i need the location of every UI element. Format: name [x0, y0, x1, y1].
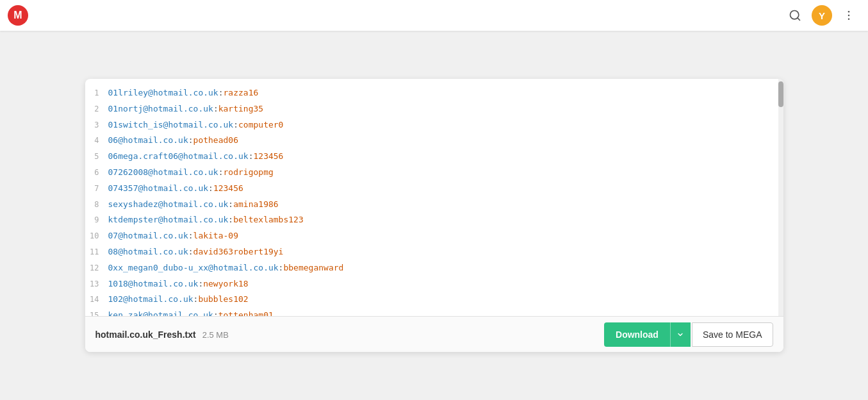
line-password: david363robert19yi [193, 246, 284, 259]
line-number: 10 [85, 230, 108, 242]
line-password: rodrigopmg [224, 166, 274, 179]
table-row: 1108@hotmail.co.uk:david363robert19yi [85, 244, 783, 260]
line-email: ken_zak@hotmail.co.uk [108, 309, 213, 316]
chevron-down-icon [676, 331, 684, 338]
table-row: 14102@hotmail.co.uk:bubbles102 [85, 292, 783, 308]
line-separator: : [249, 150, 254, 163]
line-password: newyork18 [203, 278, 248, 291]
line-number: 9 [85, 214, 108, 226]
line-separator: : [188, 134, 193, 147]
table-row: 607262008@hotmail.co.uk:rodrigopmg [85, 165, 783, 181]
line-list: 101lriley@hotmail.co.uk:razza16201nortj@… [85, 79, 783, 316]
line-password: computer0 [238, 119, 283, 132]
line-email: 0xx_megan0_dubo-u_xx@hotmail.co.uk [108, 262, 279, 275]
mega-logo: M [8, 5, 28, 26]
more-options-button[interactable] [837, 4, 860, 27]
line-password: bubbles102 [198, 293, 248, 306]
table-row: 15ken_zak@hotmail.co.uk:tottenham01 [85, 308, 783, 316]
avatar[interactable]: Y [812, 5, 832, 26]
line-email: 08@hotmail.co.uk [108, 246, 188, 259]
line-number: 5 [85, 151, 108, 163]
table-row: 120xx_megan0_dubo-u_xx@hotmail.co.uk:bbe… [85, 260, 783, 276]
more-vertical-icon [842, 9, 855, 22]
line-separator: : [228, 198, 233, 212]
line-password: beltexlambs123 [233, 213, 304, 227]
search-icon [789, 9, 801, 22]
svg-point-2 [848, 11, 850, 13]
line-email: 01switch_is@hotmail.co.uk [108, 119, 234, 132]
line-number: 12 [85, 262, 108, 274]
file-size: 2.5 MB [202, 330, 229, 340]
line-password: amina1986 [233, 198, 278, 212]
line-password: tottenham01 [218, 309, 274, 316]
line-number: 4 [85, 135, 108, 147]
line-email: ktdempster@hotmail.co.uk [108, 213, 229, 227]
line-number: 8 [85, 199, 108, 211]
line-password: razza16 [224, 87, 259, 100]
main-area: 101lriley@hotmail.co.uk:razza16201nortj@… [0, 31, 868, 400]
line-number: 2 [85, 103, 108, 115]
line-password: 123456 [253, 150, 283, 163]
line-number: 11 [85, 246, 108, 258]
svg-line-1 [798, 18, 800, 21]
table-row: 201nortj@hotmail.co.uk:karting35 [85, 101, 783, 117]
svg-point-4 [848, 19, 850, 21]
line-separator: : [213, 309, 218, 316]
topbar: M Y [0, 0, 868, 31]
line-email: 01lriley@hotmail.co.uk [108, 87, 218, 100]
svg-point-3 [848, 15, 850, 17]
line-number: 14 [85, 294, 108, 306]
line-number: 1 [85, 87, 108, 99]
file-footer: hotmail.co.uk_Fresh.txt 2.5 MB Download … [85, 316, 783, 352]
line-separator: : [228, 213, 233, 227]
line-email: 06@hotmail.co.uk [108, 134, 188, 147]
file-name: hotmail.co.uk_Fresh.txt [95, 329, 196, 340]
line-separator: : [233, 119, 238, 132]
table-row: 406@hotmail.co.uk:pothead06 [85, 133, 783, 149]
download-dropdown-button[interactable] [670, 322, 691, 347]
table-row: 1007@hotmail.co.uk:lakita-09 [85, 228, 783, 244]
line-email: 07262008@hotmail.co.uk [108, 166, 218, 179]
table-row: 9ktdempster@hotmail.co.uk:beltexlambs123 [85, 212, 783, 228]
line-number: 7 [85, 183, 108, 195]
topbar-left: M [8, 5, 28, 26]
line-email: sexyshadez@hotmail.co.uk [108, 198, 229, 212]
line-password: pothead06 [193, 134, 238, 147]
table-row: 506mega.craft06@hotmail.co.uk:123456 [85, 149, 783, 165]
line-number: 13 [85, 278, 108, 290]
file-info: hotmail.co.uk_Fresh.txt 2.5 MB [95, 329, 229, 340]
line-email: 06mega.craft06@hotmail.co.uk [108, 150, 249, 163]
line-separator: : [213, 103, 218, 116]
line-separator: : [193, 293, 199, 306]
line-email: 074357@hotmail.co.uk [108, 182, 209, 196]
save-to-mega-button[interactable]: Save to MEGA [692, 322, 773, 347]
table-row: 301switch_is@hotmail.co.uk:computer0 [85, 117, 783, 133]
table-row: 131018@hotmail.co.uk:newyork18 [85, 276, 783, 292]
line-password: lakita-09 [193, 229, 238, 243]
line-email: 07@hotmail.co.uk [108, 229, 188, 243]
table-row: 101lriley@hotmail.co.uk:razza16 [85, 85, 783, 101]
line-separator: : [188, 246, 193, 259]
line-password: karting35 [218, 103, 263, 116]
download-button[interactable]: Download [604, 322, 670, 347]
search-button[interactable] [783, 4, 807, 27]
line-separator: : [208, 182, 213, 196]
line-number: 3 [85, 119, 108, 131]
footer-actions: Download Save to MEGA [604, 322, 773, 347]
line-password: 123456 [213, 182, 243, 196]
topbar-right: Y [783, 4, 860, 27]
line-email: 01nortj@hotmail.co.uk [108, 103, 213, 116]
scrollbar-thumb[interactable] [778, 81, 783, 107]
line-separator: : [218, 87, 224, 100]
table-row: 8sexyshadez@hotmail.co.uk:amina1986 [85, 197, 783, 213]
line-password: bbemeganward [283, 262, 343, 275]
file-content: 101lriley@hotmail.co.uk:razza16201nortj@… [85, 79, 783, 316]
line-separator: : [188, 229, 193, 243]
file-card: 101lriley@hotmail.co.uk:razza16201nortj@… [85, 79, 783, 352]
scrollbar-track[interactable] [778, 79, 783, 316]
line-separator: : [218, 166, 224, 179]
line-number: 6 [85, 167, 108, 179]
table-row: 7074357@hotmail.co.uk:123456 [85, 181, 783, 197]
line-email: 102@hotmail.co.uk [108, 293, 193, 306]
line-separator: : [279, 262, 284, 275]
